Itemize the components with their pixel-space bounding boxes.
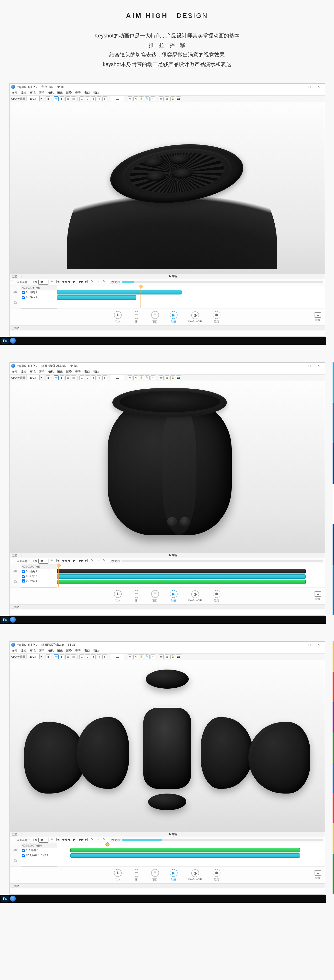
tl-back-icon[interactable]: ◀ [67,280,72,285]
taskbar-keyshot-icon[interactable] [10,338,16,344]
tool-pause-icon[interactable]: ⏸ [46,654,50,659]
close-button[interactable]: × [314,643,323,647]
tool-1-icon[interactable]: 1 [80,96,84,101]
tool-4-icon[interactable]: 4 [97,375,101,380]
menu-view[interactable]: 查看 [75,649,81,653]
playhead[interactable] [141,285,141,308]
track-bar[interactable] [70,848,300,853]
tool-persp-icon[interactable]: ▭ [159,96,164,101]
track-row[interactable]: 02 初始镜头 平移 1 [21,853,57,858]
tool-move-icon[interactable]: ✥ [128,654,133,659]
tool-c-icon[interactable]: ◫ [71,96,76,101]
tl-loop-icon[interactable]: ↻ [90,559,95,563]
tl-edit-icon[interactable]: ✎ [103,559,108,563]
tool-5-icon[interactable]: 5 [102,96,107,101]
cloud-icon[interactable]: ☁ [13,568,18,573]
render-viewport[interactable] [10,381,325,553]
tool-a-icon[interactable]: ◧ [60,375,64,380]
tl-prev-icon[interactable]: ◀◀ [62,280,67,285]
action-library[interactable]: ▭库 [133,590,140,602]
action-project[interactable]: ☰项目 [151,869,159,881]
tool-3-icon[interactable]: 3 [91,96,96,101]
tool-a-icon[interactable]: ◧ [60,654,64,659]
tool-persp-icon[interactable]: ▭ [159,375,164,380]
track-checkbox[interactable] [22,849,25,852]
action-screenshot[interactable]: ☁截屏 [314,870,321,880]
fps-input[interactable] [38,838,48,843]
menu-camera[interactable]: 相机 [48,649,54,653]
menu-help[interactable]: 帮助 [93,91,99,95]
track-row[interactable]: 01 镜头 1 [21,569,57,574]
tool-num-input[interactable] [111,375,124,380]
tl-play-icon[interactable]: ▶ [73,838,78,842]
menu-light[interactable]: 照明 [39,91,45,95]
tl-fwd-icon[interactable]: ▶▶ [79,838,84,842]
tool-persp-icon[interactable]: ▭ [159,654,164,659]
panel-left-label[interactable]: 位置 [10,554,21,557]
menu-help[interactable]: 帮助 [93,649,99,653]
tool-refresh-icon[interactable]: ⟳ [54,96,59,101]
titlebar[interactable]: KeyShot 6.3 Pro - 细节按键及USB.bip - 64 bit … [10,363,325,369]
menu-window[interactable]: 窗口 [84,370,90,374]
titlebar[interactable]: KeyShot 6.3 Pro - 细节POD飞出.bip - 64 bit —… [10,642,325,648]
tool-num-input[interactable] [111,654,124,659]
wizard-icon[interactable]: ⧉ [14,858,17,863]
tl-fwd-icon[interactable]: ▶▶ [79,559,84,563]
tool-grid-icon[interactable]: ▦ [165,654,169,659]
tool-pause-icon[interactable]: ⏸ [46,375,50,380]
tool-5-icon[interactable]: 5 [102,375,107,380]
menu-light[interactable]: 照明 [39,649,45,653]
tl-save-icon[interactable]: ⤓ [97,280,102,285]
tool-2-icon[interactable]: 2 [85,96,90,101]
minimize-button[interactable]: — [296,364,305,368]
tool-target-icon[interactable]: ⌖ [150,96,155,101]
tool-grid-icon[interactable]: ▦ [165,96,169,101]
taskbar-keyshot-icon[interactable] [10,896,16,902]
menu-light[interactable]: 照明 [39,370,45,374]
menu-image[interactable]: 图像 [57,91,63,95]
tool-c-icon[interactable]: ◫ [71,654,76,659]
menu-window[interactable]: 窗口 [84,649,90,653]
action-import[interactable]: ⬇导入 [114,590,121,602]
menu-edit[interactable]: 编辑 [21,91,27,95]
action-animation[interactable]: ▶动画 [170,311,177,323]
cloud-icon[interactable]: ☁ [13,288,18,294]
action-screenshot[interactable]: ☁截屏 [314,591,321,601]
preview-slider[interactable] [122,560,323,562]
action-library[interactable]: ▭库 [133,311,140,323]
tl-play-icon[interactable]: ▶ [73,280,78,285]
tool-refresh-icon[interactable]: ⟳ [54,654,59,659]
tool-num-input[interactable] [111,96,124,101]
track-checkbox[interactable] [22,296,25,299]
tl-loop-icon[interactable]: ↻ [90,838,95,842]
tool-lock-icon[interactable]: 🔒 [170,654,175,659]
track-row[interactable]: 01 环绕 1 [21,290,57,295]
menu-env[interactable]: 环境 [30,649,35,653]
track-bar[interactable] [57,574,305,579]
tool-pan-icon[interactable]: ✋ [139,375,144,380]
menu-image[interactable]: 图像 [57,370,63,374]
action-render[interactable]: ⬢渲染 [213,869,221,881]
tl-last-icon[interactable]: ▶| [85,838,89,842]
tl-save-icon[interactable]: ⤓ [97,838,102,842]
track-bar[interactable] [57,290,182,294]
tl-first-icon[interactable]: |◀ [56,559,61,563]
action-keyshotxr[interactable]: ◑KeyShotXR [189,869,202,881]
maximize-button[interactable]: □ [305,364,314,368]
action-library[interactable]: ▭库 [133,869,140,881]
tool-c-icon[interactable]: ◫ [71,375,76,380]
action-import[interactable]: ⬇导入 [114,869,121,881]
track-row[interactable]: 01 平移 1 [21,579,57,583]
tl-fwd-icon[interactable]: ▶▶ [79,280,84,285]
menu-edit[interactable]: 编辑 [21,649,27,653]
tl-tool-list-icon[interactable]: ☰ [11,280,16,285]
tl-last-icon[interactable]: ▶| [85,559,89,563]
taskbar[interactable]: Ps [0,337,326,345]
tool-5-icon[interactable]: 5 [102,654,107,659]
tl-first-icon[interactable]: |◀ [56,280,61,285]
tool-3-icon[interactable]: 3 [91,654,96,659]
tl-back-icon[interactable]: ◀ [67,559,72,563]
menu-render[interactable]: 渲染 [66,91,72,95]
tool-2-icon[interactable]: 2 [85,375,90,380]
tool-a-icon[interactable]: ◧ [60,96,64,101]
